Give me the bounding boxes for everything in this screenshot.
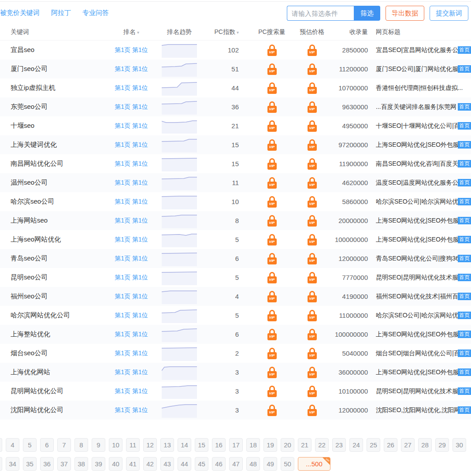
vip-lock-icon[interactable]: VIP <box>267 158 277 170</box>
vip-lock-icon[interactable]: VIP <box>267 82 277 94</box>
rank-link[interactable]: 第1页 第1位 <box>105 217 158 225</box>
rank-link[interactable]: 第1页 第1位 <box>105 65 158 73</box>
page-button[interactable]: 38 <box>74 457 88 471</box>
rank-link[interactable]: 第1页 第1位 <box>105 406 158 414</box>
submit-new-word-button[interactable]: 提交新词 <box>430 6 468 21</box>
vip-lock-icon[interactable]: VIP <box>308 177 317 189</box>
page-button[interactable]: 27 <box>401 438 415 452</box>
vip-lock-icon[interactable]: VIP <box>267 139 277 151</box>
home-badge[interactable]: 首页 <box>458 46 471 54</box>
vip-lock-icon[interactable]: VIP <box>308 196 317 208</box>
page-button[interactable]: 50 <box>281 457 294 471</box>
page-button[interactable]: 49 <box>263 457 277 471</box>
vip-lock-icon[interactable]: VIP <box>267 63 277 75</box>
page-button-partial[interactable] <box>0 438 2 452</box>
vip-lock-icon[interactable]: VIP <box>267 386 277 397</box>
vip-lock-icon[interactable]: VIP <box>308 386 317 397</box>
vip-lock-icon[interactable]: VIP <box>267 196 277 208</box>
page-button[interactable]: 28 <box>418 438 432 452</box>
page-button[interactable]: 23 <box>332 438 346 452</box>
home-badge[interactable]: 首页 <box>458 274 471 281</box>
page-button[interactable]: 6 <box>40 438 54 452</box>
page-button[interactable]: 44 <box>178 457 191 471</box>
page-button[interactable]: 22 <box>315 438 329 452</box>
home-badge[interactable]: 首页 <box>458 312 471 319</box>
rank-link[interactable]: 第1页 第1位 <box>105 368 158 376</box>
nav-tab[interactable]: 被竞价关键词 <box>0 9 40 17</box>
home-badge[interactable]: 首页 <box>458 331 471 338</box>
page-button[interactable]: 39 <box>92 457 105 471</box>
vip-lock-icon[interactable]: VIP <box>308 234 317 245</box>
vip-lock-icon[interactable]: VIP <box>267 310 277 321</box>
vip-lock-icon[interactable]: VIP <box>267 120 277 132</box>
vip-lock-icon[interactable]: VIP <box>267 348 277 359</box>
rank-link[interactable]: 第1页 第1位 <box>105 293 158 301</box>
vip-lock-icon[interactable]: VIP <box>267 291 277 302</box>
vip-lock-icon[interactable]: VIP <box>267 367 277 378</box>
rank-link[interactable]: 第1页 第1位 <box>105 179 158 187</box>
home-badge[interactable]: 首页 <box>458 255 471 262</box>
home-badge[interactable]: 首页 <box>458 406 471 414</box>
vip-lock-icon[interactable]: VIP <box>308 348 317 359</box>
page-button[interactable]: 37 <box>57 457 71 471</box>
vip-lock-icon[interactable]: VIP <box>308 215 317 227</box>
rank-link[interactable]: 第1页 第1位 <box>105 160 158 168</box>
page-button-partial[interactable] <box>0 457 2 471</box>
filter-button[interactable]: 筛选 <box>354 6 380 21</box>
vip-lock-icon[interactable]: VIP <box>267 234 277 245</box>
vip-lock-icon[interactable]: VIP <box>308 120 317 132</box>
page-button[interactable]: 19 <box>263 438 277 452</box>
page-button[interactable]: 9 <box>92 438 105 452</box>
vip-lock-icon[interactable]: VIP <box>308 291 317 302</box>
page-button[interactable]: 35 <box>23 457 37 471</box>
vip-more-pages-button[interactable]: ...500 VIP <box>298 457 330 471</box>
page-button[interactable]: 24 <box>349 438 363 452</box>
home-badge[interactable]: 首页 <box>458 65 471 73</box>
vip-lock-icon[interactable]: VIP <box>267 101 277 113</box>
page-button[interactable]: 26 <box>384 438 397 452</box>
header-rank-sort[interactable]: 排名▾ <box>105 28 158 36</box>
home-badge[interactable]: 首页 <box>458 179 471 186</box>
page-button[interactable]: 40 <box>109 457 122 471</box>
export-data-button[interactable]: 导出数据 <box>386 6 424 21</box>
page-button[interactable]: 43 <box>160 457 174 471</box>
rank-link[interactable]: 第1页 第1位 <box>105 46 158 54</box>
nav-tab[interactable]: 阿拉丁 <box>51 9 71 17</box>
page-button[interactable]: 7 <box>57 438 71 452</box>
page-button[interactable]: 25 <box>367 438 380 452</box>
vip-lock-icon[interactable]: VIP <box>267 272 277 283</box>
nav-tab[interactable]: 专业问答 <box>82 9 109 17</box>
vip-lock-icon[interactable]: VIP <box>308 139 317 151</box>
home-badge[interactable]: 首页 <box>458 141 471 149</box>
rank-link[interactable]: 第1页 第1位 <box>105 141 158 149</box>
rank-link[interactable]: 第1页 第1位 <box>105 84 158 92</box>
vip-lock-icon[interactable]: VIP <box>267 329 277 340</box>
page-button[interactable]: 30 <box>452 438 466 452</box>
page-button[interactable]: 36 <box>40 457 54 471</box>
page-button[interactable]: 12 <box>143 438 157 452</box>
home-badge[interactable]: 首页 <box>458 387 471 395</box>
vip-lock-icon[interactable]: VIP <box>308 63 317 75</box>
page-button[interactable]: 16 <box>212 438 226 452</box>
rank-link[interactable]: 第1页 第1位 <box>105 312 158 320</box>
home-badge[interactable]: 首页 <box>458 198 471 205</box>
page-button[interactable]: 20 <box>281 438 294 452</box>
page-button[interactable]: 21 <box>298 438 312 452</box>
rank-link[interactable]: 第1页 第1位 <box>105 274 158 282</box>
page-button[interactable]: 29 <box>435 438 449 452</box>
vip-lock-icon[interactable]: VIP <box>308 101 317 113</box>
vip-lock-icon[interactable]: VIP <box>267 177 277 189</box>
vip-lock-icon[interactable]: VIP <box>267 45 277 56</box>
page-button[interactable]: 34 <box>6 457 19 471</box>
rank-link[interactable]: 第1页 第1位 <box>105 350 158 357</box>
page-button[interactable]: 42 <box>143 457 157 471</box>
vip-lock-icon[interactable]: VIP <box>308 405 317 416</box>
page-button[interactable]: 8 <box>74 438 88 452</box>
vip-lock-icon[interactable]: VIP <box>267 215 277 227</box>
rank-link[interactable]: 第1页 第1位 <box>105 198 158 206</box>
rank-link[interactable]: 第1页 第1位 <box>105 331 158 338</box>
vip-lock-icon[interactable]: VIP <box>267 253 277 264</box>
home-badge[interactable]: 首页 <box>458 350 471 357</box>
vip-lock-icon[interactable]: VIP <box>308 82 317 94</box>
header-pc-index-sort[interactable]: PC指数▾ <box>201 28 247 36</box>
